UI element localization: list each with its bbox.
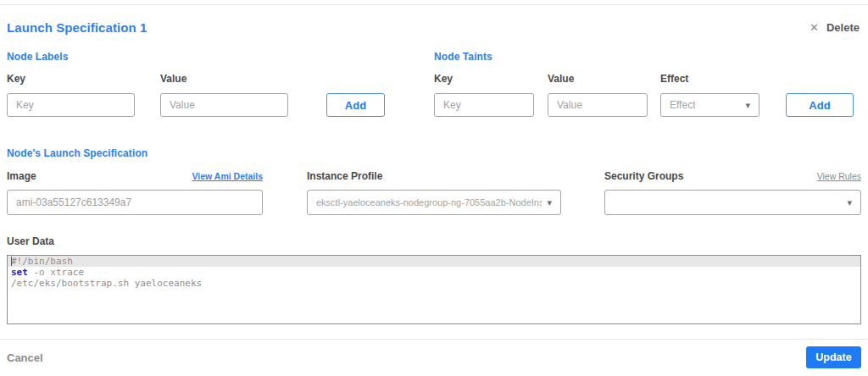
- node-launch-spec-fields-row: Image View Ami Details Instance Profile …: [7, 170, 861, 215]
- node-labels-add-button[interactable]: Add: [326, 93, 385, 117]
- image-input[interactable]: [7, 190, 263, 215]
- node-labels-value-input[interactable]: [160, 93, 288, 117]
- node-launch-spec-heading: Node's Launch Specification: [7, 147, 861, 159]
- instance-profile-selected-value: eksctl-yaeloceaneks-nodegroup-ng-7055aa2…: [316, 197, 542, 207]
- page-title: Launch Specification 1: [7, 20, 147, 35]
- node-taints-heading: Node Taints: [434, 51, 854, 63]
- node-labels-heading: Node Labels: [7, 51, 385, 63]
- node-taints-effect-field: Effect Effect ▾: [660, 73, 760, 117]
- security-groups-field: Security Groups View Rules ▾: [604, 170, 861, 215]
- security-groups-select[interactable]: ▾: [604, 190, 861, 215]
- top-divider: [0, 4, 868, 5]
- instance-profile-field: Instance Profile eksctl-yaeloceaneks-nod…: [307, 170, 561, 215]
- panel-header: Launch Specification 1 ✕ Delete: [7, 18, 861, 36]
- node-taints-add-button[interactable]: Add: [786, 93, 854, 117]
- delete-button[interactable]: ✕ Delete: [810, 21, 861, 34]
- node-labels-key-input[interactable]: [7, 93, 135, 117]
- node-labels-value-field: Value: [160, 73, 288, 117]
- node-taints-value-field: Value: [548, 73, 648, 117]
- footer-bar: Cancel Update: [0, 340, 868, 368]
- node-taints-key-label: Key: [434, 73, 534, 85]
- node-labels-key-field: Key: [7, 73, 135, 117]
- view-ami-details-link[interactable]: View Ami Details: [192, 171, 263, 181]
- node-taints-value-input[interactable]: [548, 93, 648, 117]
- code-line: set -o xtrace: [8, 267, 860, 278]
- node-taints-key-field: Key: [434, 73, 534, 117]
- labels-taints-section: Node Labels Key Value Add Node Taints Ke…: [7, 51, 861, 117]
- node-taints-effect-label: Effect: [660, 73, 760, 85]
- node-labels-key-label: Key: [7, 73, 135, 85]
- instance-profile-select[interactable]: eksctl-yaeloceaneks-nodegroup-ng-7055aa2…: [307, 190, 561, 215]
- code-line: /etc/eks/bootstrap.sh yaeloceaneks: [8, 278, 860, 289]
- security-groups-label-row: Security Groups View Rules: [604, 170, 861, 182]
- node-taints-effect-placeholder: Effect: [670, 99, 695, 111]
- chevron-down-icon: ▾: [847, 198, 852, 207]
- image-label-row: Image View Ami Details: [7, 170, 263, 182]
- node-taints-value-label: Value: [548, 73, 648, 85]
- launch-specification-panel: Launch Specification 1 ✕ Delete Node Lab…: [0, 18, 868, 324]
- chevron-down-icon: ▾: [745, 101, 750, 110]
- node-labels-section: Node Labels Key Value Add: [7, 51, 385, 117]
- node-taints-section: Node Taints Key Value Effect Effect ▾: [434, 51, 854, 117]
- code-line: #!/bin/bash: [8, 256, 860, 267]
- instance-profile-label: Instance Profile: [307, 170, 382, 182]
- view-rules-link[interactable]: View Rules: [817, 171, 861, 181]
- chevron-down-icon: ▾: [547, 198, 552, 207]
- node-labels-fields-row: Key Value Add: [7, 73, 385, 117]
- node-labels-value-label: Value: [160, 73, 288, 85]
- cancel-button[interactable]: Cancel: [7, 351, 43, 364]
- node-launch-spec-section: Node's Launch Specification Image View A…: [7, 147, 861, 215]
- security-groups-label: Security Groups: [604, 170, 683, 182]
- node-taints-key-input[interactable]: [434, 93, 534, 117]
- node-taints-effect-select[interactable]: Effect ▾: [660, 93, 760, 117]
- user-data-section: User Data #!/bin/bashset -o xtrace/etc/e…: [7, 235, 861, 324]
- instance-profile-label-row: Instance Profile: [307, 170, 561, 182]
- image-field: Image View Ami Details: [7, 170, 263, 215]
- update-button[interactable]: Update: [806, 346, 861, 368]
- close-x-icon: ✕: [810, 22, 819, 33]
- delete-button-label: Delete: [826, 21, 860, 34]
- user-data-editor[interactable]: #!/bin/bashset -o xtrace/etc/eks/bootstr…: [7, 255, 861, 324]
- image-label: Image: [7, 170, 36, 182]
- node-taints-fields-row: Key Value Effect Effect ▾ Add: [434, 73, 854, 117]
- user-data-label: User Data: [7, 235, 861, 247]
